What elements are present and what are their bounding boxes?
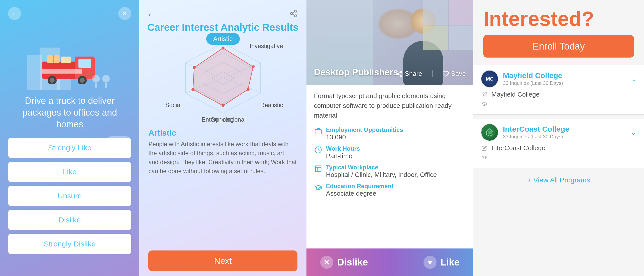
workhours-info: Work Hours Part-time — [326, 145, 360, 160]
results-title: Career Interest Analytic Results — [140, 22, 306, 33]
enroll-button[interactable]: Enroll Today — [483, 35, 634, 58]
save-button[interactable]: Save — [443, 70, 466, 78]
mayfield-college-card: MC Mayfield College 33 Inquiries (Last 3… — [473, 65, 644, 115]
like-button[interactable]: ♥ Like — [423, 256, 460, 269]
pencil-icon — [481, 91, 488, 98]
svg-point-28 — [247, 88, 250, 91]
panel-job-detail: Desktop Publishers Share Save Format typ… — [306, 0, 473, 276]
intercoast-expand-button[interactable]: ⌄ — [631, 128, 636, 137]
svg-point-27 — [252, 65, 255, 68]
mayfield-expand-button[interactable]: ⌄ — [631, 75, 636, 83]
quiz-close-button[interactable]: ✕ — [118, 7, 131, 20]
category-title: Artistic — [139, 128, 185, 138]
quiz-top-bar: ← ✕ — [0, 0, 139, 20]
svg-rect-39 — [315, 166, 321, 172]
employment-info: Employment Opportunities 13,090 — [326, 126, 403, 141]
results-top-bar: ‹ — [139, 5, 306, 22]
intercoast-detail-1: InterCoast College — [481, 144, 636, 152]
quiz-question: Drive a truck to deliver packages to off… — [0, 93, 139, 135]
svg-point-8 — [80, 78, 85, 83]
truck-scene — [22, 25, 117, 90]
svg-rect-4 — [42, 69, 82, 74]
realistic-label: Realistic — [260, 102, 283, 109]
tree-2 — [92, 75, 100, 88]
employment-row: Employment Opportunities 13,090 — [314, 126, 466, 141]
tree-1 — [102, 75, 110, 88]
workhours-row: Work Hours Part-time — [314, 145, 466, 160]
intercoast-detail-text-1: InterCoast College — [491, 144, 545, 152]
mayfield-name[interactable]: Mayfield College — [503, 71, 563, 80]
intercoast-header: InterCoast College 33 Inquiries (Last 30… — [481, 124, 636, 141]
svg-line-17 — [292, 12, 294, 13]
artistic-tab[interactable]: Artistic — [206, 33, 240, 45]
svg-point-13 — [294, 10, 296, 12]
option-strongly-dislike[interactable]: Strongly Dislike — [8, 234, 131, 254]
svg-point-14 — [290, 13, 292, 15]
results-back-button[interactable]: ‹ — [148, 11, 151, 19]
svg-point-26 — [222, 47, 225, 50]
svg-point-34 — [400, 75, 402, 77]
investigative-label: Investigative — [250, 43, 283, 50]
pencil2-icon — [481, 145, 488, 152]
panel-quiz: ← ✕ — [0, 0, 139, 276]
svg-point-6 — [50, 78, 55, 83]
workplace-value: Hospital / Clinic, Military, Indoor, Off… — [326, 171, 437, 179]
svg-point-33 — [397, 73, 399, 75]
next-button[interactable]: Next — [148, 250, 297, 271]
bottom-divider — [396, 254, 396, 270]
intercoast-logo — [481, 124, 498, 141]
job-hero-image: Desktop Publishers Share Save — [306, 0, 473, 85]
svg-point-15 — [294, 15, 296, 17]
option-dislike[interactable]: Dislike — [8, 210, 131, 230]
intercoast-info: InterCoast College 33 Inquiries (Last 30… — [503, 125, 569, 140]
graduation2-icon — [481, 100, 488, 107]
building-icon — [314, 164, 323, 173]
option-unsure[interactable]: Unsure — [8, 186, 131, 206]
job-content: Format typescript and graphic elements u… — [306, 85, 473, 248]
interested-heading: Interested? — [473, 0, 644, 35]
workhours-label: Work Hours — [326, 145, 360, 152]
enterprising-label: Enterprising — [202, 116, 234, 123]
briefcase-icon — [314, 127, 323, 135]
employment-label: Employment Opportunities — [326, 126, 403, 133]
svg-line-36 — [399, 72, 400, 73]
clock-icon — [314, 146, 323, 154]
save-label: Save — [451, 70, 466, 78]
mayfield-inquiry-count: 33 Inquiries — [503, 80, 529, 86]
mayfield-inquiry-period: (Last 30 Days) — [530, 80, 563, 86]
employment-value: 13,090 — [326, 133, 403, 141]
job-description: Format typescript and graphic elements u… — [314, 91, 466, 120]
dislike-button[interactable]: ✕ Dislike — [320, 256, 368, 269]
share-button[interactable]: Share — [396, 70, 422, 78]
progress-badge: 26/60 — [106, 136, 131, 147]
svg-point-31 — [193, 66, 196, 69]
view-all-programs-button[interactable]: + View All Programs — [473, 172, 644, 188]
intercoast-logo-name: InterCoast College 33 Inquiries (Last 30… — [481, 124, 569, 141]
intercoast-detail-2 — [481, 154, 636, 161]
panel-enrollment: Interested? Enroll Today MC Mayfield Col… — [473, 0, 644, 276]
svg-line-35 — [399, 74, 400, 75]
graduation-icon — [314, 183, 323, 192]
radar-chart: Artistic Investigative Realistic Convent… — [170, 38, 276, 123]
intercoast-inquiries: 33 Inquiries (Last 30 Days) — [503, 133, 569, 140]
like-icon: ♥ — [423, 256, 437, 269]
results-share-button[interactable] — [289, 10, 297, 19]
quiz-options: Strongly Like Like Unsure Dislike Strong… — [0, 138, 139, 254]
intercoast-college-card: InterCoast College 33 Inquiries (Last 30… — [473, 119, 644, 168]
dislike-label: Dislike — [337, 257, 368, 268]
workhours-value: Part-time — [326, 152, 360, 160]
mayfield-inquiries: 33 Inquiries (Last 30 Days) — [503, 80, 563, 86]
category-desc-text: People with Artistic interests like work… — [148, 141, 296, 174]
quiz-back-button[interactable]: ← — [8, 7, 21, 20]
svg-marker-25 — [193, 48, 253, 106]
action-divider — [432, 70, 433, 77]
progress-row: 26/60 — [0, 135, 139, 138]
mayfield-detail-1: Mayfield College — [481, 91, 636, 98]
option-like[interactable]: Like — [8, 162, 131, 182]
close-icon: ✕ — [122, 10, 128, 18]
svg-line-16 — [292, 14, 294, 15]
education-row: Education Requirement Associate degree — [314, 183, 466, 197]
mayfield-detail-text-1: Mayfield College — [491, 91, 540, 98]
intercoast-name[interactable]: InterCoast College — [503, 125, 569, 133]
svg-point-29 — [222, 104, 225, 107]
